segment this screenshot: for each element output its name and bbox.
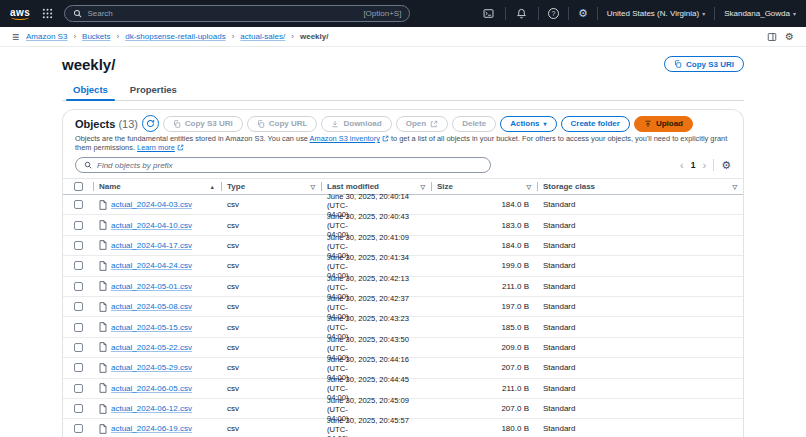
object-storage-class: Standard bbox=[537, 221, 743, 230]
row-checkbox[interactable] bbox=[74, 343, 83, 352]
object-name-link[interactable]: actual_2024-05-22.csv bbox=[111, 343, 192, 352]
actions-dropdown-button[interactable]: Actions ▾ bbox=[500, 116, 556, 132]
table-preferences-gear-icon[interactable]: ⚙ bbox=[721, 160, 731, 171]
breadcrumb-separator: › bbox=[232, 32, 235, 41]
open-button[interactable]: Open bbox=[396, 116, 448, 132]
delete-button[interactable]: Delete bbox=[452, 116, 496, 132]
object-name-link[interactable]: actual_2024-06-05.csv bbox=[111, 384, 192, 393]
global-search-input[interactable]: Search [Option+S] bbox=[64, 5, 410, 22]
object-storage-class: Standard bbox=[537, 282, 743, 291]
s3-inventory-link[interactable]: Amazon S3 inventory bbox=[310, 134, 380, 143]
notifications-bell-icon[interactable] bbox=[515, 7, 529, 21]
object-name-link[interactable]: actual_2024-05-15.csv bbox=[111, 323, 192, 332]
copy-url-button[interactable]: Copy URL bbox=[247, 116, 318, 132]
column-header-size[interactable]: Size ▽ bbox=[431, 179, 537, 194]
page-number[interactable]: 1 bbox=[691, 160, 696, 170]
filter-icon: ▽ bbox=[420, 183, 425, 190]
row-checkbox[interactable] bbox=[74, 200, 83, 209]
copy-s3-uri-button[interactable]: Copy S3 URI bbox=[163, 116, 243, 132]
row-checkbox[interactable] bbox=[74, 404, 83, 413]
learn-more-link[interactable]: Learn more bbox=[137, 143, 175, 152]
row-checkbox[interactable] bbox=[74, 261, 83, 270]
tab-objects[interactable]: Objects bbox=[62, 80, 119, 100]
copy-icon bbox=[173, 120, 181, 128]
refresh-button[interactable] bbox=[142, 115, 159, 132]
search-icon bbox=[73, 9, 82, 18]
pagination: ‹ 1 › ⚙ bbox=[680, 159, 731, 171]
account-menu[interactable]: Skandana_Gowda▾ bbox=[724, 9, 796, 18]
object-name-link[interactable]: actual_2024-04-03.csv bbox=[111, 200, 192, 209]
object-size: 199.0 B bbox=[431, 261, 537, 270]
row-checkbox[interactable] bbox=[74, 302, 83, 311]
row-checkbox[interactable] bbox=[74, 241, 83, 250]
chevron-down-icon: ▾ bbox=[702, 10, 705, 17]
region-selector[interactable]: United States (N. Virginia)▾ bbox=[607, 9, 705, 18]
chevron-down-icon: ▾ bbox=[544, 120, 547, 127]
object-name-link[interactable]: actual_2024-05-01.csv bbox=[111, 282, 192, 291]
column-header-name[interactable]: Name ▲ bbox=[93, 179, 221, 194]
object-storage-class: Standard bbox=[537, 241, 743, 250]
object-name-link[interactable]: actual_2024-04-24.csv bbox=[111, 261, 192, 270]
object-name-link[interactable]: actual_2024-06-19.csv bbox=[111, 424, 192, 433]
apps-grid-icon[interactable] bbox=[40, 7, 54, 21]
breadcrumb-buckets[interactable]: Buckets bbox=[82, 32, 110, 41]
find-objects-input[interactable]: Find objects by prefix bbox=[75, 157, 491, 173]
breadcrumb-bucket-name[interactable]: dk-shopsense-retail-uploads bbox=[125, 32, 226, 41]
hamburger-menu-icon[interactable]: ≡ bbox=[12, 31, 19, 43]
previous-page-button[interactable]: ‹ bbox=[680, 160, 684, 171]
settings-gear-icon[interactable]: ⚙ bbox=[578, 8, 588, 19]
search-icon bbox=[84, 161, 92, 169]
objects-panel: Objects (13) Copy S3 URI Copy URL Downlo… bbox=[62, 109, 744, 437]
column-header-type[interactable]: Type ▽ bbox=[221, 179, 321, 194]
object-name-link[interactable]: actual_2024-06-12.csv bbox=[111, 404, 192, 413]
tab-properties[interactable]: Properties bbox=[119, 80, 188, 100]
column-header-storage-class[interactable]: Storage class ▽ bbox=[537, 179, 743, 194]
object-storage-class: Standard bbox=[537, 424, 743, 433]
object-type: csv bbox=[221, 363, 321, 372]
object-size: 184.0 B bbox=[431, 200, 537, 209]
row-checkbox[interactable] bbox=[74, 282, 83, 291]
help-icon[interactable]: ? bbox=[548, 8, 559, 19]
row-checkbox[interactable] bbox=[74, 384, 83, 393]
external-link-icon bbox=[177, 144, 184, 151]
object-name-link[interactable]: actual_2024-05-29.csv bbox=[111, 363, 192, 372]
file-icon bbox=[99, 322, 107, 332]
object-size: 209.0 B bbox=[431, 343, 537, 352]
page-settings-gear-icon[interactable]: ⚙ bbox=[785, 32, 794, 42]
object-name-link[interactable]: actual_2024-05-08.csv bbox=[111, 302, 192, 311]
object-storage-class: Standard bbox=[537, 343, 743, 352]
object-size: 207.0 B bbox=[431, 363, 537, 372]
filter-icon: ▽ bbox=[526, 183, 531, 190]
create-folder-button[interactable]: Create folder bbox=[561, 116, 630, 132]
file-icon bbox=[99, 342, 107, 352]
row-checkbox[interactable] bbox=[74, 221, 83, 230]
row-checkbox[interactable] bbox=[74, 363, 83, 372]
object-type: csv bbox=[221, 323, 321, 332]
file-icon bbox=[99, 302, 107, 312]
breadcrumb-amazon-s3[interactable]: Amazon S3 bbox=[26, 32, 67, 41]
breadcrumb-separator: › bbox=[73, 32, 76, 41]
upload-button[interactable]: Upload bbox=[634, 116, 693, 132]
object-size: 180.0 B bbox=[431, 424, 537, 433]
select-all-checkbox[interactable] bbox=[74, 182, 83, 191]
row-checkbox[interactable] bbox=[74, 424, 83, 433]
breadcrumb-actual-sales[interactable]: actual-sales/ bbox=[240, 32, 285, 41]
object-count: (13) bbox=[118, 118, 138, 130]
object-name-link[interactable]: actual_2024-04-17.csv bbox=[111, 241, 192, 250]
copy-icon bbox=[257, 120, 265, 128]
next-page-button[interactable]: › bbox=[702, 160, 706, 171]
object-name-link[interactable]: actual_2024-04-10.csv bbox=[111, 221, 192, 230]
aws-logo[interactable]: aws bbox=[10, 8, 30, 20]
column-header-last-modified[interactable]: Last modified ▽ bbox=[321, 179, 431, 194]
download-button[interactable]: Download bbox=[321, 116, 391, 132]
objects-toolbar: Copy S3 URI Copy URL Download Open Delet… bbox=[142, 115, 693, 132]
object-type: csv bbox=[221, 343, 321, 352]
row-checkbox[interactable] bbox=[74, 323, 83, 332]
shortcuts-panel-icon[interactable] bbox=[765, 30, 778, 43]
object-type: csv bbox=[221, 241, 321, 250]
copy-s3-uri-header-button[interactable]: Copy S3 URI bbox=[664, 56, 744, 72]
table-header: Name ▲ Type ▽ Last modified ▽ Size ▽ Sto… bbox=[63, 178, 743, 195]
object-storage-class: Standard bbox=[537, 323, 743, 332]
cloudshell-icon[interactable] bbox=[482, 7, 496, 21]
page-header: weekly/ Copy S3 URI bbox=[0, 47, 806, 73]
